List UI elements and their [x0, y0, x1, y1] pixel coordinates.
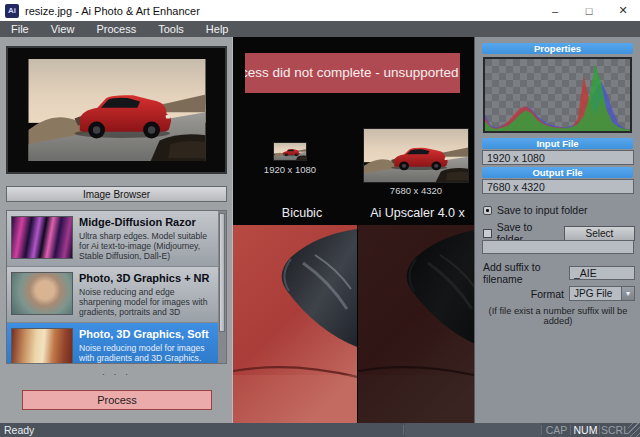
input-file-field[interactable] — [482, 150, 634, 165]
output-file-header: Output File — [482, 167, 633, 178]
input-size-label: 1920 x 1080 — [240, 164, 340, 175]
chevron-down-icon[interactable]: ▾ — [621, 287, 634, 300]
suffix-label: Add suffix to filename — [483, 261, 564, 285]
right-panel: Properties Input File Output File Save t… — [474, 37, 640, 423]
model-description: Ultra sharp edges. Model suitable for Ai… — [79, 231, 216, 261]
format-label: Format — [531, 288, 564, 300]
ai-upscaler-label: Ai Upscaler 4.0 x — [361, 206, 474, 220]
scrollbar-thumb[interactable] — [219, 213, 225, 332]
maximize-icon[interactable]: □ — [572, 0, 606, 21]
bicubic-label: Bicubic — [247, 206, 357, 220]
num-lock-indicator: NUM — [572, 424, 599, 436]
model-title: Photo, 3D Graphics, Soft — [79, 328, 216, 341]
menu-bar: File View Process Tools Help — [0, 21, 640, 37]
save-to-input-folder-label: Save to input folder — [497, 204, 587, 216]
output-file-field[interactable] — [482, 179, 634, 194]
model-thumbnail — [11, 216, 73, 259]
suffix-input[interactable] — [569, 266, 635, 280]
model-description: Noise reducing and edge sharpening model… — [79, 287, 216, 317]
left-panel: Image Browser Midge-Diffusion Razor Ultr… — [0, 37, 233, 423]
scroll-lock-indicator: SCRL — [601, 424, 628, 436]
preview-image — [6, 46, 227, 174]
model-list-scrollbar[interactable] — [218, 211, 226, 363]
menu-help[interactable]: Help — [195, 23, 240, 35]
folder-path-field[interactable] — [482, 240, 634, 254]
output-thumbnail[interactable] — [363, 128, 469, 183]
model-description: Noise reducing model for images with gra… — [79, 343, 216, 363]
model-thumbnail — [11, 328, 73, 364]
input-thumbnail[interactable] — [273, 142, 307, 161]
center-panel: cess did not complete - unsupported G 19… — [233, 37, 474, 423]
ai-upscaler-preview[interactable] — [357, 225, 474, 423]
app-icon: Ai — [5, 4, 19, 18]
histogram — [483, 57, 632, 133]
window-title: resize.jpg - Ai Photo & Art Enhancer — [25, 5, 200, 17]
format-dropdown[interactable]: JPG File ▾ — [569, 286, 635, 301]
model-item-midge-diffusion-razor[interactable]: Midge-Diffusion Razor Ultra sharp edges.… — [7, 211, 220, 267]
model-list: Midge-Diffusion Razor Ultra sharp edges.… — [6, 210, 227, 364]
model-thumbnail — [11, 272, 73, 315]
error-banner: cess did not complete - unsupported G — [245, 53, 460, 93]
model-item-photo-3d-graphics-soft[interactable]: Photo, 3D Graphics, Soft Noise reducing … — [7, 323, 220, 364]
suffix-note: (If file exist a number suffix will be a… — [479, 306, 637, 326]
model-title: Photo, 3D Graphics + NR — [79, 272, 216, 285]
process-button[interactable]: Process — [22, 390, 212, 410]
menu-tools[interactable]: Tools — [147, 23, 195, 35]
save-to-input-folder-radio[interactable] — [483, 206, 492, 215]
image-browser-button[interactable]: Image Browser — [6, 186, 227, 202]
bicubic-preview[interactable] — [233, 225, 357, 423]
model-item-photo-3d-graphics-nr[interactable]: Photo, 3D Graphics + NR Noise reducing a… — [7, 267, 220, 323]
output-size-label: 7680 x 4320 — [363, 185, 469, 196]
model-title: Midge-Diffusion Razor — [79, 216, 216, 229]
resize-grip[interactable] — [628, 423, 640, 437]
menu-process[interactable]: Process — [85, 23, 147, 35]
status-pane — [405, 423, 541, 437]
menu-file[interactable]: File — [0, 23, 40, 35]
app-window: Ai resize.jpg - Ai Photo & Art Enhancer … — [0, 0, 640, 437]
save-to-folder-checkbox[interactable] — [483, 229, 492, 238]
input-file-header: Input File — [482, 138, 633, 149]
status-text: Ready — [0, 424, 403, 436]
menu-view[interactable]: View — [40, 23, 86, 35]
splitter-handle[interactable]: · · · — [0, 369, 233, 381]
properties-header: Properties — [482, 43, 633, 54]
select-folder-button[interactable]: Select — [564, 226, 635, 241]
minimize-icon[interactable]: – — [538, 0, 572, 21]
titlebar: Ai resize.jpg - Ai Photo & Art Enhancer … — [0, 0, 640, 21]
close-icon[interactable]: ✕ — [606, 0, 640, 21]
status-bar: Ready CAP NUM SCRL — [0, 423, 640, 437]
caps-lock-indicator: CAP — [543, 424, 570, 436]
format-value: JPG File — [570, 288, 621, 299]
